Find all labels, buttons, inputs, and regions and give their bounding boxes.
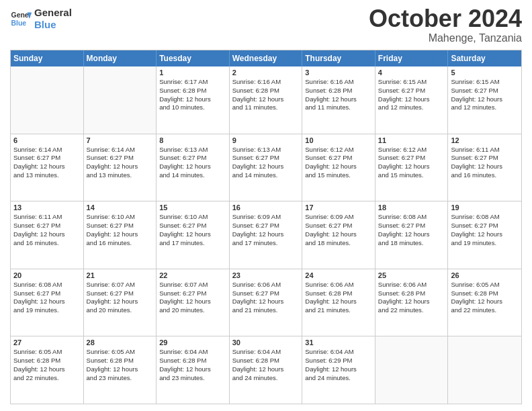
cell-info-line: Sunset: 6:27 PM (232, 289, 300, 298)
cell-info-line: Daylight: 12 hours (305, 95, 372, 104)
header-day-saturday: Saturday (448, 50, 521, 66)
calendar-day-24: 24Sunrise: 6:06 AMSunset: 6:28 PMDayligh… (302, 269, 375, 336)
cell-info-line: Daylight: 12 hours (13, 365, 81, 374)
day-number: 28 (87, 338, 154, 347)
cell-info-line: Daylight: 12 hours (232, 365, 300, 374)
cell-info-line: Daylight: 12 hours (159, 365, 226, 374)
calendar-day-8: 8Sunrise: 6:13 AMSunset: 6:27 PMDaylight… (157, 134, 230, 201)
cell-info-line: Sunrise: 6:11 AM (451, 146, 519, 154)
cell-info-line: and 17 minutes. (159, 239, 226, 248)
day-number: 26 (451, 271, 519, 279)
cell-info-line: Sunrise: 6:06 AM (378, 281, 445, 289)
cell-info-line: Daylight: 12 hours (232, 95, 300, 104)
calendar-day-30: 30Sunrise: 6:04 AMSunset: 6:28 PMDayligh… (230, 336, 303, 404)
cell-info-line: Daylight: 12 hours (232, 230, 300, 239)
cell-info-line: and 17 minutes. (232, 239, 300, 248)
cell-info-line: Sunrise: 6:09 AM (232, 213, 300, 222)
cell-info-line: and 20 minutes. (87, 306, 154, 315)
cell-info-line: Sunrise: 6:06 AM (232, 281, 300, 289)
calendar-week-2: 6Sunrise: 6:14 AMSunset: 6:27 PMDaylight… (11, 134, 521, 201)
cell-info-line: Sunrise: 6:05 AM (451, 281, 519, 289)
cell-info-line: Sunset: 6:27 PM (451, 154, 519, 163)
logo: General Blue General Blue (10, 7, 72, 31)
cell-info-line: Sunrise: 6:13 AM (159, 146, 226, 154)
cell-info-line: Sunset: 6:28 PM (159, 87, 226, 95)
cell-info-line: Daylight: 12 hours (378, 230, 445, 239)
cell-info-line: and 24 minutes. (232, 374, 300, 383)
cell-info-line: and 13 minutes. (13, 171, 81, 180)
cell-info-line: and 12 minutes. (378, 103, 445, 112)
calendar-body: 1Sunrise: 6:17 AMSunset: 6:28 PMDaylight… (11, 66, 521, 404)
day-number: 27 (13, 338, 81, 347)
calendar-day-29: 29Sunrise: 6:04 AMSunset: 6:28 PMDayligh… (157, 336, 230, 404)
cell-info-line: Sunrise: 6:08 AM (13, 281, 81, 289)
cell-info-line: Sunset: 6:29 PM (305, 357, 372, 365)
cell-info-line: Daylight: 12 hours (87, 163, 154, 171)
day-number: 1 (159, 68, 226, 77)
cell-info-line: Sunrise: 6:04 AM (159, 348, 226, 357)
calendar-day-26: 26Sunrise: 6:05 AMSunset: 6:28 PMDayligh… (448, 269, 521, 336)
calendar-day-12: 12Sunrise: 6:11 AMSunset: 6:27 PMDayligh… (448, 134, 521, 201)
cell-info-line: Daylight: 12 hours (451, 298, 519, 306)
calendar-day-7: 7Sunrise: 6:14 AMSunset: 6:27 PMDaylight… (84, 134, 157, 201)
day-number: 4 (378, 68, 445, 77)
calendar-day-3: 3Sunrise: 6:16 AMSunset: 6:28 PMDaylight… (302, 66, 375, 134)
calendar-day-1: 1Sunrise: 6:17 AMSunset: 6:28 PMDaylight… (157, 66, 230, 134)
cell-info-line: Daylight: 12 hours (378, 95, 445, 104)
cell-info-line: and 14 minutes. (232, 171, 300, 180)
cell-info-line: Sunset: 6:27 PM (13, 154, 81, 163)
cell-info-line: and 18 minutes. (305, 239, 372, 248)
cell-info-line: Sunset: 6:27 PM (13, 289, 81, 298)
header-day-friday: Friday (375, 50, 449, 66)
cell-info-line: Sunset: 6:27 PM (378, 87, 445, 95)
cell-info-line: and 23 minutes. (87, 374, 154, 383)
day-number: 30 (232, 338, 300, 347)
cell-info-line: and 15 minutes. (305, 171, 372, 180)
cell-info-line: Sunset: 6:28 PM (305, 289, 372, 298)
cell-info-line: and 19 minutes. (451, 239, 519, 248)
cell-info-line: Sunset: 6:27 PM (87, 222, 154, 230)
cell-info-line: Sunrise: 6:11 AM (13, 213, 81, 222)
cell-info-line: and 11 minutes. (232, 103, 300, 112)
calendar-empty-cell (11, 66, 84, 134)
cell-info-line: Sunset: 6:27 PM (159, 222, 226, 230)
calendar-day-5: 5Sunrise: 6:15 AMSunset: 6:27 PMDaylight… (448, 66, 521, 134)
day-number: 5 (451, 68, 519, 77)
cell-info-line: and 22 minutes. (378, 306, 445, 315)
cell-info-line: Sunset: 6:27 PM (305, 222, 372, 230)
calendar-day-13: 13Sunrise: 6:11 AMSunset: 6:27 PMDayligh… (11, 201, 84, 269)
calendar-day-11: 11Sunrise: 6:12 AMSunset: 6:27 PMDayligh… (375, 134, 449, 201)
calendar-empty-cell (448, 336, 521, 404)
calendar-empty-cell (375, 336, 449, 404)
cell-info-line: Sunset: 6:28 PM (305, 87, 372, 95)
cell-info-line: Daylight: 12 hours (305, 298, 372, 306)
day-number: 18 (378, 203, 445, 212)
cell-info-line: Sunrise: 6:05 AM (87, 348, 154, 357)
cell-info-line: Daylight: 12 hours (305, 230, 372, 239)
day-number: 20 (13, 271, 81, 279)
calendar-day-2: 2Sunrise: 6:16 AMSunset: 6:28 PMDaylight… (230, 66, 303, 134)
header-day-sunday: Sunday (11, 50, 84, 66)
cell-info-line: Sunset: 6:27 PM (305, 154, 372, 163)
month-title: October 2024 (369, 7, 522, 31)
cell-info-line: Daylight: 12 hours (305, 365, 372, 374)
cell-info-line: and 20 minutes. (159, 306, 226, 315)
cell-info-line: and 11 minutes. (305, 103, 372, 112)
day-number: 24 (305, 271, 372, 279)
cell-info-line: Sunset: 6:28 PM (159, 357, 226, 365)
cell-info-line: Sunset: 6:27 PM (451, 222, 519, 230)
day-number: 19 (451, 203, 519, 212)
calendar-day-4: 4Sunrise: 6:15 AMSunset: 6:27 PMDaylight… (375, 66, 449, 134)
cell-info-line: Sunrise: 6:14 AM (87, 146, 154, 154)
cell-info-line: Sunset: 6:28 PM (13, 357, 81, 365)
cell-info-line: Sunrise: 6:08 AM (378, 213, 445, 222)
cell-info-line: Daylight: 12 hours (13, 163, 81, 171)
cell-info-line: and 21 minutes. (232, 306, 300, 315)
cell-info-line: and 24 minutes. (305, 374, 372, 383)
cell-info-line: Daylight: 12 hours (87, 365, 154, 374)
cell-info-line: Daylight: 12 hours (451, 163, 519, 171)
logo-line2: Blue (34, 19, 72, 31)
cell-info-line: Sunrise: 6:07 AM (87, 281, 154, 289)
cell-info-line: Daylight: 12 hours (378, 163, 445, 171)
calendar: SundayMondayTuesdayWednesdayThursdayFrid… (10, 50, 522, 404)
